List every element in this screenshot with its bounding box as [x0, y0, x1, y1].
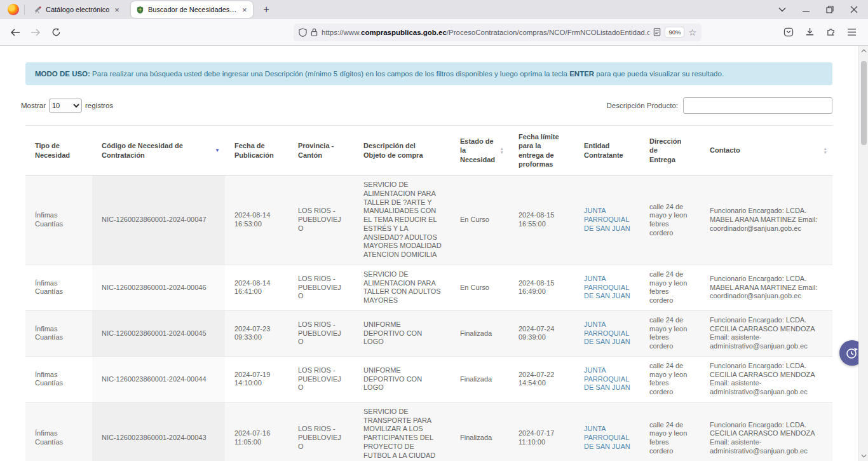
menu-hamburger-icon[interactable]	[847, 28, 857, 36]
entidad-contratante-link[interactable]: JUNTA PARROQUIAL DE SAN JUAN	[584, 425, 630, 450]
cell-tipo-necesidad: Ínfimas Cuantías	[25, 310, 92, 356]
column-header[interactable]: Entidad Contratante	[574, 126, 640, 175]
column-header[interactable]: Descripción del Objeto de compra	[354, 126, 451, 175]
cell-tipo-necesidad: Ínfimas Cuantías	[25, 175, 92, 265]
vertical-scrollbar[interactable]	[858, 46, 868, 461]
list-all-tabs-icon[interactable]	[778, 7, 786, 12]
table-row: Ínfimas Cuantías NIC-1260023860001-2024-…	[25, 175, 832, 265]
sort-icon: ▲▼	[824, 146, 827, 155]
new-tab-button[interactable]: +	[259, 4, 273, 15]
lock-icon[interactable]	[311, 28, 318, 36]
cell-descripcion-objeto: UNIFORME DEPORTIVO CON LOGO	[354, 356, 451, 402]
window-minimize-button[interactable]	[803, 6, 810, 13]
zoom-level-badge[interactable]: 90%	[665, 27, 684, 38]
cell-tipo-necesidad: Ínfimas Cuantías	[25, 265, 92, 310]
needs-table: Tipo de Necesidad Código de Necesidad de…	[25, 125, 832, 461]
cell-entidad: JUNTA PARROQUIAL DE SAN JUAN	[574, 402, 640, 461]
extensions-icon[interactable]	[826, 27, 836, 37]
cell-codigo: NIC-1260023860001-2024-00043	[92, 402, 225, 461]
cell-descripcion-objeto: SERVICIO DE ALIMENTACION PARA TALLER DE …	[354, 175, 451, 265]
sort-icon: ▼	[215, 147, 220, 153]
page-content: MODO DE USO: Para realizar una búsqueda …	[0, 46, 868, 461]
divider	[24, 4, 25, 15]
cell-direccion-entrega: calle 24 de mayo y leon febres cordero	[640, 356, 700, 402]
table-row: Ínfimas Cuantías NIC-1260023860001-2024-…	[25, 310, 832, 356]
scroll-down-icon[interactable]	[859, 451, 868, 461]
column-header[interactable]: Dirección de Entrega	[640, 126, 700, 175]
column-header[interactable]: Tipo de Necesidad	[25, 126, 92, 175]
cell-entidad: JUNTA PARROQUIAL DE SAN JUAN	[574, 356, 640, 402]
entidad-contratante-link[interactable]: JUNTA PARROQUIAL DE SAN JUAN	[584, 366, 630, 392]
cell-provincia-canton: LOS RIOS - PUEBLOVIEJO	[288, 265, 354, 310]
table-row: Ínfimas Cuantías NIC-1260023860001-2024-…	[25, 356, 832, 402]
column-header-label: Código de Necesidad de Contratación	[102, 142, 183, 158]
entidad-contratante-link[interactable]: JUNTA PARROQUIAL DE SAN JUAN	[584, 275, 630, 300]
column-header-label: Contacto	[710, 146, 740, 154]
cell-descripcion-objeto: SERVICIO DE ALIMENTACION PARA TALLER CON…	[354, 265, 451, 310]
reload-button[interactable]	[47, 24, 65, 41]
cell-contacto: Funcionario Encargado: LCDA. CECILIA CAR…	[700, 402, 832, 461]
show-records-label: Mostrar	[21, 102, 46, 109]
usage-notice-banner: MODO DE USO: Para realizar una búsqueda …	[25, 62, 832, 85]
pocket-icon[interactable]	[783, 27, 794, 37]
column-header[interactable]: Contacto ▲▼	[700, 126, 832, 175]
product-description-input[interactable]	[683, 97, 832, 114]
cell-fecha-limite: 2024-07-24 09:39:00	[509, 310, 574, 356]
product-description-label: Descripción Producto:	[607, 102, 679, 109]
tab-buscador-necesidades[interactable]: Buscador de Necesidades de Co ×	[131, 1, 254, 18]
tab-title: Buscador de Necesidades de Co	[148, 6, 237, 13]
cell-contacto: Funcionario Encargado: LCDA. CECILIA CAR…	[700, 310, 832, 356]
reader-mode-icon[interactable]	[653, 28, 661, 36]
table-row: Ínfimas Cuantías NIC-1260023860001-2024-…	[25, 265, 832, 310]
close-tab-icon[interactable]: ×	[113, 6, 121, 14]
column-header[interactable]: Provincia - Cantón	[288, 126, 354, 175]
cell-direccion-entrega: calle 24 de mayo y leon febres cordero	[640, 310, 700, 356]
cell-entidad: JUNTA PARROQUIAL DE SAN JUAN	[574, 265, 640, 310]
firefox-logo-icon[interactable]	[8, 4, 19, 15]
cell-estado: Finalizada	[451, 402, 509, 461]
bookmark-star-icon[interactable]: ☆	[688, 28, 696, 37]
cell-codigo: NIC-1260023860001-2024-00044	[92, 356, 225, 402]
cell-provincia-canton: LOS RIOS - PUEBLOVIEJO	[288, 402, 354, 461]
cell-estado: Finalizada	[451, 356, 509, 402]
cell-estado: En Curso	[451, 175, 509, 265]
column-header-label: Entidad Contratante	[584, 142, 623, 158]
cell-codigo: NIC-1260023860001-2024-00046	[92, 265, 225, 310]
column-header-label: Provincia - Cantón	[298, 142, 334, 158]
records-per-page-select[interactable]: 10	[49, 99, 82, 113]
cell-fecha-publicacion: 2024-08-14 16:41:00	[225, 265, 288, 310]
tracking-protection-shield-icon[interactable]	[299, 28, 307, 37]
browser-tab-strip: Catálogo electrónico × Buscador de Neces…	[0, 0, 868, 19]
window-restore-button[interactable]	[826, 6, 834, 13]
column-header[interactable]: Fecha de Publicación	[225, 126, 288, 175]
downloads-icon[interactable]	[805, 27, 815, 37]
cell-direccion-entrega: calle 24 de mayo y leon febres cordero	[640, 402, 700, 461]
column-header[interactable]: Estado de la Necesidad ▲▼	[451, 126, 509, 175]
table-controls: Mostrar 10 registros Descripción Product…	[21, 97, 832, 114]
tab-catalogo-electronico[interactable]: Catálogo electrónico ×	[29, 1, 126, 18]
cell-fecha-publicacion: 2024-07-23 09:33:00	[225, 310, 288, 356]
scroll-up-icon[interactable]	[859, 46, 868, 56]
url-bar[interactable]: https://www.compraspublicas.gob.ec/Proce…	[294, 24, 702, 41]
table-body: Ínfimas Cuantías NIC-1260023860001-2024-…	[25, 175, 832, 461]
forward-button[interactable]	[27, 24, 44, 41]
cell-fecha-publicacion: 2024-07-19 14:10:00	[225, 356, 288, 402]
entidad-contratante-link[interactable]: JUNTA PARROQUIAL DE SAN JUAN	[584, 207, 630, 232]
cell-fecha-limite: 2024-07-22 14:54:00	[509, 356, 574, 402]
url-text: https://www.compraspublicas.gob.ec/Proce…	[322, 29, 649, 36]
back-button[interactable]	[6, 24, 24, 41]
entidad-contratante-link[interactable]: JUNTA PARROQUIAL DE SAN JUAN	[584, 320, 630, 346]
window-close-button[interactable]	[850, 6, 858, 13]
clock-rocket-icon	[844, 345, 860, 361]
cell-fecha-limite: 2024-07-17 11:10:00	[509, 402, 574, 461]
cell-entidad: JUNTA PARROQUIAL DE SAN JUAN	[574, 175, 640, 265]
close-tab-icon[interactable]: ×	[241, 6, 248, 14]
column-header[interactable]: Fecha límite para la entrega de proforma…	[509, 126, 574, 175]
scrollbar-track[interactable]	[859, 56, 868, 451]
cell-entidad: JUNTA PARROQUIAL DE SAN JUAN	[574, 310, 640, 356]
cell-estado: Finalizada	[451, 310, 509, 356]
cell-codigo: NIC-1260023860001-2024-00045	[92, 310, 225, 356]
column-header[interactable]: Código de Necesidad de Contratación ▼	[92, 126, 225, 175]
browser-navbar: https://www.compraspublicas.gob.ec/Proce…	[0, 19, 868, 46]
scrollbar-thumb[interactable]	[861, 61, 867, 145]
